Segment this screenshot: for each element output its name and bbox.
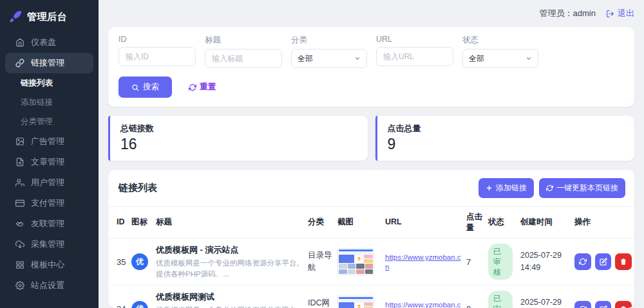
search-field-title: 标题 bbox=[205, 35, 282, 68]
url-input[interactable] bbox=[376, 47, 453, 66]
search-button[interactable]: 搜索 bbox=[118, 77, 172, 98]
row-title: 优质模板网 - 演示站点 bbox=[156, 244, 303, 256]
sidebar-item-site-settings[interactable]: 站点设置 bbox=[0, 275, 99, 296]
row-id: 34 bbox=[108, 285, 129, 308]
site-favicon: 优 bbox=[131, 253, 148, 270]
site-url-link[interactable]: https://www.yzmoban.cn bbox=[385, 253, 461, 271]
sidebar-item-collection-management[interactable]: 采集管理 bbox=[0, 234, 99, 255]
search-field-status: 状态 全部 bbox=[462, 35, 538, 68]
refresh-icon bbox=[546, 185, 553, 192]
table-row: 34 优 优质模板网测试 优质模板网是一个专业的网络资源分享平台,提供各种PHP… bbox=[108, 285, 634, 308]
refresh-icon bbox=[189, 84, 196, 91]
logout-icon bbox=[606, 10, 614, 18]
refresh-link-button[interactable] bbox=[574, 253, 591, 270]
field-label: 状态 bbox=[462, 35, 538, 46]
home-icon bbox=[15, 38, 24, 47]
rocket-icon bbox=[9, 10, 22, 23]
sidebar: 管理后台 仪表盘 链接管理 链接列表 添加链接 分类管理 广告管理 文章管理 用… bbox=[0, 0, 99, 308]
link-icon bbox=[15, 59, 24, 68]
site-screenshot-thumbnail: 5 bbox=[337, 296, 374, 308]
cloud-download-icon bbox=[15, 240, 24, 249]
site-url-link[interactable]: https://www.yzmoban.cn bbox=[385, 301, 461, 308]
credit-card-icon bbox=[15, 199, 24, 208]
trash-icon bbox=[620, 258, 627, 266]
panel-title: 链接列表 bbox=[118, 182, 157, 194]
admin-user-label: 管理员：admin bbox=[540, 8, 596, 19]
refresh-icon bbox=[579, 258, 587, 266]
table-row: 35 优 优质模板网 - 演示站点 优质模板网是一个专业的网络资源分享平台,提供… bbox=[108, 238, 634, 285]
row-category: 目录导航 bbox=[305, 238, 335, 285]
category-select[interactable]: 全部 bbox=[291, 49, 367, 68]
logout-button[interactable]: 退出 bbox=[606, 8, 634, 19]
delete-link-button[interactable] bbox=[615, 301, 632, 308]
chevron-down-icon bbox=[526, 55, 532, 62]
link-list-panel: 链接列表 添加链接 一键更新本页链接 ID 图标 标题 bbox=[108, 170, 634, 308]
field-label: 标题 bbox=[205, 35, 282, 46]
plus-icon bbox=[486, 185, 493, 192]
table-header-row: ID 图标 标题 分类 截图 URL 点击量 状态 创建时间 操作 bbox=[108, 207, 634, 239]
site-favicon: 优 bbox=[131, 301, 148, 308]
title-input[interactable] bbox=[205, 49, 282, 68]
id-input[interactable] bbox=[118, 47, 196, 66]
row-clicks: 0 bbox=[464, 285, 486, 308]
edit-icon bbox=[600, 258, 607, 266]
site-screenshot-thumbnail: 5 bbox=[337, 248, 374, 275]
refresh-icon bbox=[579, 305, 587, 308]
refresh-link-button[interactable] bbox=[574, 301, 591, 308]
sidebar-item-category-management[interactable]: 分类管理 bbox=[0, 112, 99, 131]
sidebar-item-link-list[interactable]: 链接列表 bbox=[0, 73, 99, 93]
search-field-id: ID bbox=[118, 35, 196, 68]
sidebar-item-label: 链接管理 bbox=[31, 57, 64, 69]
sidebar-nav: 仪表盘 链接管理 链接列表 添加链接 分类管理 广告管理 文章管理 用户管理 支… bbox=[0, 32, 99, 296]
app-title: 管理后台 bbox=[27, 11, 67, 23]
trash-icon bbox=[620, 305, 627, 308]
status-badge: 已审核 bbox=[488, 244, 513, 280]
row-category: IDC网站 bbox=[305, 285, 335, 308]
row-description: 优质模板网是一个专业的网络资源分享平台,提供各种PHP源码、... bbox=[156, 305, 303, 308]
link-table: ID 图标 标题 分类 截图 URL 点击量 状态 创建时间 操作 35 优 bbox=[108, 206, 634, 308]
topbar: 管理员：admin 退出 bbox=[108, 0, 634, 27]
search-field-category: 分类 全部 bbox=[291, 35, 367, 68]
edit-icon bbox=[600, 305, 607, 308]
search-field-url: URL bbox=[376, 35, 453, 68]
sidebar-item-friend-link-management[interactable]: 友联管理 bbox=[0, 213, 99, 234]
field-label: ID bbox=[118, 35, 196, 44]
file-icon bbox=[15, 158, 24, 167]
stat-total-links: 总链接数 16 bbox=[108, 116, 368, 161]
sidebar-item-ad-management[interactable]: 广告管理 bbox=[0, 131, 99, 152]
row-clicks: 7 bbox=[464, 238, 486, 285]
users-icon bbox=[15, 178, 24, 187]
sidebar-item-label: 仪表盘 bbox=[31, 37, 56, 48]
stat-value: 9 bbox=[388, 136, 625, 153]
edit-link-button[interactable] bbox=[595, 301, 612, 308]
sidebar-item-user-management[interactable]: 用户管理 bbox=[0, 172, 99, 193]
reset-button[interactable]: 重置 bbox=[189, 82, 216, 93]
gear-icon bbox=[15, 281, 24, 290]
stat-label: 点击总量 bbox=[388, 123, 625, 134]
field-label: 分类 bbox=[291, 35, 367, 46]
chevron-down-icon bbox=[354, 55, 361, 62]
status-select[interactable]: 全部 bbox=[462, 49, 538, 68]
delete-link-button[interactable] bbox=[615, 253, 632, 270]
sidebar-item-article-management[interactable]: 文章管理 bbox=[0, 152, 99, 172]
add-link-button[interactable]: 添加链接 bbox=[478, 178, 534, 198]
row-created-time: 2025-07-29 14:49 bbox=[518, 238, 572, 285]
sidebar-item-payment-management[interactable]: 支付管理 bbox=[0, 193, 99, 213]
field-label: URL bbox=[376, 35, 453, 44]
sidebar-item-link-management[interactable]: 链接管理 bbox=[5, 53, 93, 73]
update-page-links-button[interactable]: 一键更新本页链接 bbox=[539, 178, 625, 198]
stats-row: 总链接数 16 点击总量 9 bbox=[108, 116, 634, 161]
stat-value: 16 bbox=[120, 136, 357, 153]
sidebar-item-template-center[interactable]: 模板中心 bbox=[0, 255, 99, 275]
image-icon bbox=[15, 137, 24, 146]
app-logo: 管理后台 bbox=[0, 0, 99, 31]
stat-total-clicks: 点击总量 9 bbox=[375, 116, 635, 161]
edit-link-button[interactable] bbox=[595, 253, 612, 270]
sidebar-item-dashboard[interactable]: 仪表盘 bbox=[0, 32, 99, 53]
sidebar-item-add-link[interactable]: 添加链接 bbox=[0, 93, 99, 112]
row-created-time: 2025-07-29 14:49 bbox=[518, 285, 572, 308]
main-content: 管理员：admin 退出 ID 标题 分类 全部 UR bbox=[99, 0, 644, 308]
row-description: 优质模板网是一个专业的网络资源分享平台,提供各种PHP源码、... bbox=[156, 258, 303, 279]
stat-label: 总链接数 bbox=[120, 123, 357, 134]
search-panel: ID 标题 分类 全部 URL 状态 全部 bbox=[108, 27, 634, 107]
